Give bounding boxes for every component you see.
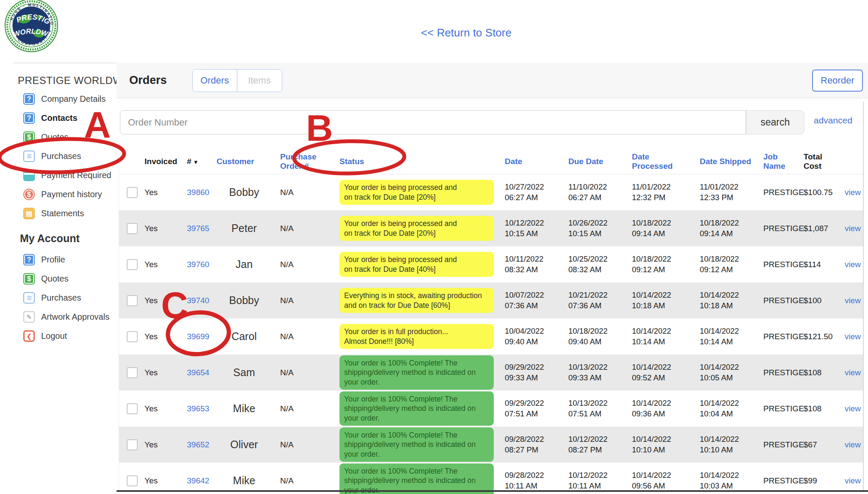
column-header[interactable]: Date Processed <box>628 142 696 171</box>
job-name-cell: PRESTIGE <box>759 296 799 305</box>
table-row: Yes 39652 Oliver N/A Your order is 100% … <box>119 427 864 463</box>
row-checkbox[interactable] <box>127 187 138 198</box>
sidebar-item[interactable]: Purchases <box>23 288 117 307</box>
view-cell: view <box>842 188 864 197</box>
column-header[interactable]: Job Name <box>759 142 799 171</box>
sidebar-item[interactable]: Payment history <box>23 185 117 204</box>
order-number-link[interactable]: 39653 <box>187 404 209 413</box>
view-cell: view <box>842 332 864 341</box>
order-number-link[interactable]: 39765 <box>187 224 209 233</box>
date-shipped-cell: 10/14/2022 10:03 AM <box>696 470 759 491</box>
sidebar-item[interactable]: Statements <box>23 204 117 223</box>
view-link[interactable]: view <box>845 224 861 233</box>
column-header[interactable]: Total Cost <box>799 142 842 171</box>
row-checkbox[interactable] <box>127 439 138 450</box>
order-number-link[interactable]: 39699 <box>187 332 209 341</box>
table-row: Yes 39740 Bobby N/A Everything is in sto… <box>119 282 864 318</box>
sidebar-item[interactable]: Payment Required <box>23 166 117 185</box>
view-link[interactable]: view <box>845 476 861 485</box>
status-cell: Your order is 100% Complete! The shippin… <box>335 391 501 426</box>
row-checkbox[interactable] <box>127 223 138 234</box>
column-header[interactable]: #▼ <box>183 147 212 167</box>
status-badge: Your order is 100% Complete! The shippin… <box>339 391 494 426</box>
row-checkbox[interactable] <box>127 475 138 486</box>
view-link[interactable]: view <box>845 404 861 413</box>
row-checkbox[interactable] <box>127 331 138 342</box>
date-processed-cell: 10/14/2022 10:14 AM <box>628 326 696 346</box>
view-link[interactable]: view <box>845 440 861 449</box>
invoiced-cell: Yes <box>140 476 183 486</box>
row-checkbox[interactable] <box>127 259 138 270</box>
doc-icon <box>23 151 35 162</box>
due-date-cell: 10/25/2022 08:32 AM <box>564 254 628 274</box>
doc-icon <box>23 292 35 304</box>
sidebar-item[interactable]: Logout <box>23 327 117 346</box>
due-date-cell: 10/13/2022 07:51 AM <box>564 398 628 419</box>
order-number-link[interactable]: 39760 <box>187 260 209 269</box>
order-number-link[interactable]: 39860 <box>187 188 209 197</box>
sidebar-item[interactable]: Quotes <box>23 269 117 288</box>
total-cost-cell: $1,087 <box>799 224 842 233</box>
status-cell: Everything is in stock, awaiting product… <box>335 288 501 313</box>
purchase-order-cell: N/A <box>276 404 335 413</box>
orders-table: Invoiced #▼ Customer Purchase Order # St… <box>119 140 864 494</box>
sidebar-item[interactable]: Profile <box>23 250 117 269</box>
date-shipped-cell: 10/14/2022 10:10 AM <box>696 434 759 455</box>
sidebar-item[interactable]: Artwork Approvals <box>23 307 117 327</box>
column-header[interactable]: Due Date <box>564 147 628 167</box>
view-link[interactable]: view <box>845 296 861 305</box>
column-header[interactable]: Date <box>501 147 564 167</box>
order-number-search-input[interactable] <box>120 110 746 134</box>
dollar-icon <box>23 131 35 143</box>
job-name-cell: PRESTIGE <box>759 404 799 413</box>
due-date-cell: 10/12/2022 10:11 AM <box>564 470 628 491</box>
view-link[interactable]: view <box>845 260 861 269</box>
orders-items-tab-group: Orders Items <box>192 69 282 92</box>
row-checkbox[interactable] <box>127 367 138 378</box>
view-link[interactable]: view <box>845 332 861 341</box>
view-link[interactable]: view <box>845 368 861 377</box>
total-cost-cell: $121.50 <box>799 332 842 341</box>
column-header[interactable]: Status <box>335 147 501 167</box>
my-account-heading: My Account <box>20 232 80 245</box>
sidebar-item-label: Payment Required <box>41 170 111 180</box>
order-number-link[interactable]: 39740 <box>187 296 209 305</box>
order-number-link[interactable]: 39652 <box>187 440 209 449</box>
row-checkbox[interactable] <box>127 295 138 306</box>
tab-orders[interactable]: Orders <box>193 70 237 92</box>
table-header-row: Invoiced #▼ Customer Purchase Order # St… <box>119 140 864 174</box>
status-cell: Your order is being processed and on tra… <box>335 252 501 277</box>
total-cost-cell: $100 <box>799 296 842 305</box>
status-badge: Your order is 100% Complete! The shippin… <box>339 463 494 494</box>
column-header[interactable]: Purchase Order # <box>276 142 335 171</box>
column-header[interactable]: Invoiced <box>140 147 183 167</box>
order-number-cell: 39699 <box>183 332 212 341</box>
total-cost-cell: $108 <box>799 404 842 413</box>
sidebar-item[interactable]: Quotes <box>23 128 117 147</box>
reorder-button[interactable]: Reorder <box>812 70 863 92</box>
return-to-store-link[interactable]: << Return to Store <box>421 26 512 39</box>
order-number-link[interactable]: 39642 <box>187 476 209 485</box>
date-processed-cell: 11/01/2022 12:32 PM <box>628 182 696 202</box>
table-row: Yes 39654 Sam N/A Your order is 100% Com… <box>119 354 864 391</box>
advanced-search-link[interactable]: advanced <box>814 115 852 126</box>
sidebar-item[interactable]: Contacts <box>23 109 117 128</box>
column-header[interactable] <box>842 147 864 167</box>
sidebar-item-label: Payment history <box>41 190 102 199</box>
tab-items[interactable]: Items <box>237 70 282 92</box>
sidebar-item-label: Purchases <box>41 293 81 303</box>
order-number-link[interactable]: 39654 <box>187 368 209 377</box>
customer-cell: Carol <box>212 330 276 343</box>
date-shipped-cell: 10/14/2022 10:05 AM <box>696 362 759 382</box>
order-number-cell: 39654 <box>183 368 212 377</box>
column-header[interactable] <box>119 147 140 167</box>
view-link[interactable]: view <box>845 188 861 197</box>
purchase-order-cell: N/A <box>276 332 335 341</box>
column-header[interactable]: Customer <box>212 147 276 167</box>
sidebar-item[interactable]: Company Details <box>23 89 117 109</box>
sidebar-item[interactable]: Purchases <box>23 147 117 166</box>
search-button[interactable]: search <box>746 110 804 134</box>
table-row: Yes 39699 Carol N/A Your order is in ful… <box>119 318 864 354</box>
column-header[interactable]: Date Shipped <box>696 147 759 167</box>
row-checkbox[interactable] <box>127 403 138 414</box>
